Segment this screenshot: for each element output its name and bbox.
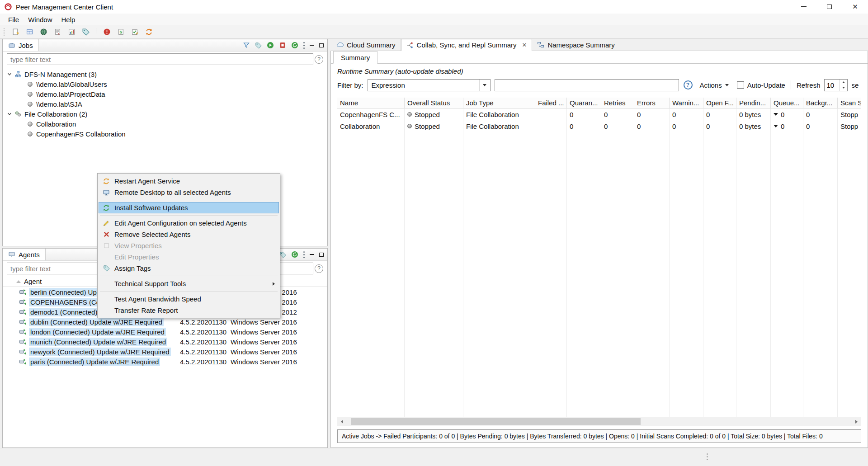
cell-scan-status[interactable]: Stopp bbox=[838, 120, 861, 132]
actions-button[interactable]: Actions bbox=[700, 81, 729, 89]
column-header-overall-status[interactable]: Overall Status bbox=[405, 98, 463, 108]
maximize-view-button[interactable] bbox=[319, 253, 324, 257]
agents-restart-button[interactable] bbox=[291, 251, 298, 258]
dashboard-button[interactable] bbox=[24, 27, 34, 37]
menu-item-remove-selected-agents[interactable]: Remove Selected Agents bbox=[99, 229, 279, 240]
cell-queued[interactable]: 0 bbox=[771, 120, 803, 132]
jobs-filter-input[interactable] bbox=[7, 53, 313, 65]
cell-quarantined[interactable]: 0 bbox=[567, 108, 601, 120]
view-menu-button[interactable] bbox=[303, 251, 305, 258]
tab-cloud-summary[interactable]: Cloud Summary bbox=[331, 39, 401, 51]
menu-item-edit-agent-configuration[interactable]: Edit Agent Configuration on selected Age… bbox=[99, 217, 279, 229]
minimize-button[interactable] bbox=[791, 0, 816, 14]
filter-mode-select[interactable]: Expression bbox=[368, 79, 491, 91]
agent-row-london[interactable]: london (Connected) Update w/JRE Required… bbox=[3, 327, 327, 337]
agent-row-newyork[interactable]: newyork (Connected) Update w/JRE Require… bbox=[3, 347, 327, 357]
menu-item-test-agent-bandwidth[interactable]: Test Agent Bandwidth Speed bbox=[99, 293, 279, 305]
maximize-view-button[interactable] bbox=[319, 43, 324, 47]
cell-warnings[interactable]: 0 bbox=[670, 108, 703, 120]
scrollbar-thumb[interactable] bbox=[351, 418, 641, 425]
scroll-right-button[interactable] bbox=[852, 417, 861, 426]
cell-background[interactable]: 0 bbox=[803, 108, 838, 120]
refresh-interval-spinner[interactable] bbox=[824, 79, 848, 91]
tree-group-file-collab[interactable]: File Collaboration (2) bbox=[3, 109, 327, 119]
chevron-down-icon[interactable] bbox=[7, 112, 12, 116]
filter-jobs-button[interactable] bbox=[243, 42, 250, 49]
agent-row-paris[interactable]: paris (Connected) Update w/JRE Required … bbox=[3, 357, 327, 367]
cell-name[interactable]: CopenhagenFS C... bbox=[337, 108, 405, 120]
tree-item-projectdata[interactable]: \\demo.lab\ProjectData bbox=[3, 89, 327, 99]
cell-retries[interactable]: 0 bbox=[601, 108, 634, 120]
column-header-pending[interactable]: Pendin... bbox=[736, 98, 771, 108]
horizontal-scrollbar[interactable] bbox=[337, 417, 861, 426]
column-header-warnings[interactable]: Warnin... bbox=[670, 98, 703, 108]
tree-item-sja[interactable]: \\demo.lab\SJA bbox=[3, 99, 327, 109]
column-header-job-type[interactable]: Job Type bbox=[463, 98, 535, 108]
agents-tags-button[interactable] bbox=[279, 251, 286, 258]
queue-dropdown-icon[interactable] bbox=[774, 113, 778, 116]
agent-row-dublin[interactable]: dublin (Connected) Update w/JRE Required… bbox=[3, 317, 327, 327]
restart-job-button[interactable] bbox=[291, 42, 298, 49]
cell-scan-status[interactable]: Stopp bbox=[838, 108, 861, 120]
minimize-view-button[interactable] bbox=[310, 45, 314, 46]
column-header-open-files[interactable]: Open F... bbox=[703, 98, 736, 108]
menu-help[interactable]: Help bbox=[57, 14, 80, 25]
start-job-button[interactable] bbox=[267, 42, 274, 49]
licensing-button[interactable]: $ bbox=[116, 27, 126, 37]
auto-update-checkbox[interactable] bbox=[737, 81, 744, 89]
combo-dropdown-button[interactable] bbox=[479, 80, 490, 91]
tree-group-dfsn[interactable]: DFS-N Management (3) bbox=[3, 69, 327, 79]
spinner-buttons[interactable] bbox=[839, 80, 847, 91]
cell-failed[interactable] bbox=[535, 108, 567, 120]
cell-job-type[interactable]: File Collaboration bbox=[463, 120, 535, 132]
cell-pending[interactable]: 0 bytes bbox=[736, 108, 771, 120]
jobs-help-button[interactable]: ? bbox=[315, 55, 323, 64]
cell-queued[interactable]: 0 bbox=[771, 108, 803, 120]
new-job-button[interactable] bbox=[10, 27, 20, 37]
cell-errors[interactable]: 0 bbox=[634, 108, 670, 120]
menu-item-assign-tags[interactable]: Assign Tags bbox=[99, 263, 279, 274]
tree-item-copenhagenfs-collab[interactable]: CopenhagenFS Collaboration bbox=[3, 129, 327, 139]
reports-button[interactable] bbox=[52, 27, 62, 37]
refresh-interval-input[interactable] bbox=[825, 80, 839, 91]
column-header-scan-status[interactable]: Scan S bbox=[838, 98, 861, 108]
filter-expression-input[interactable] bbox=[495, 79, 679, 91]
chevron-down-icon[interactable] bbox=[7, 72, 12, 76]
menu-item-install-software-updates[interactable]: Install Software Updates bbox=[99, 202, 279, 213]
cell-warnings[interactable]: 0 bbox=[670, 120, 703, 132]
cell-quarantined[interactable]: 0 bbox=[567, 120, 601, 132]
cell-pending[interactable]: 0 bytes bbox=[736, 120, 771, 132]
column-header-background[interactable]: Backgr... bbox=[803, 98, 838, 108]
jobs-tags-button[interactable] bbox=[255, 42, 262, 49]
tab-collab-sync-repl-summary[interactable]: Collab, Sync, and Repl Summary ✕ bbox=[401, 39, 533, 51]
column-header-errors[interactable]: Errors bbox=[634, 98, 670, 108]
agent-row-munich[interactable]: munich (Connected) Update w/JRE Required… bbox=[3, 337, 327, 347]
tab-agents[interactable]: Agents bbox=[3, 249, 46, 260]
close-button[interactable]: ✕ bbox=[842, 0, 868, 14]
menu-item-technical-support-tools[interactable]: Technical Support Tools bbox=[99, 278, 279, 289]
tree-item-globalusers[interactable]: \\demo.lab\GlobalUsers bbox=[3, 79, 327, 89]
refresh-button[interactable] bbox=[144, 27, 154, 37]
cell-job-type[interactable]: File Collaboration bbox=[463, 108, 535, 120]
column-header-name[interactable]: Name bbox=[337, 98, 405, 108]
menu-window[interactable]: Window bbox=[24, 14, 57, 25]
column-header-quarantined[interactable]: Quaran... bbox=[567, 98, 601, 108]
menu-item-restart-agent-service[interactable]: Restart Agent Service bbox=[99, 175, 279, 187]
column-header-failed[interactable]: Failed ... bbox=[535, 98, 567, 108]
spinner-down-button[interactable] bbox=[840, 85, 847, 91]
tab-close-icon[interactable]: ✕ bbox=[522, 42, 527, 48]
stop-job-button[interactable] bbox=[279, 42, 286, 49]
column-header-retries[interactable]: Retries bbox=[601, 98, 634, 108]
scroll-left-button[interactable] bbox=[337, 417, 347, 426]
analytics-button[interactable] bbox=[66, 27, 76, 37]
cell-overall-status[interactable]: Stopped bbox=[405, 120, 463, 132]
cell-errors[interactable]: 0 bbox=[634, 120, 670, 132]
menu-item-remote-desktop[interactable]: Remote Desktop to all selected Agents bbox=[99, 187, 279, 198]
tree-item-collaboration[interactable]: Collaboration bbox=[3, 119, 327, 129]
cell-open-files[interactable]: 0 bbox=[703, 108, 736, 120]
tab-jobs[interactable]: Jobs bbox=[3, 39, 39, 51]
cell-overall-status[interactable]: Stopped bbox=[405, 108, 463, 120]
tab-namespace-summary[interactable]: Namespace Summary bbox=[532, 39, 620, 51]
maximize-button[interactable] bbox=[816, 0, 842, 14]
cell-name[interactable]: Collaboration bbox=[337, 120, 405, 132]
